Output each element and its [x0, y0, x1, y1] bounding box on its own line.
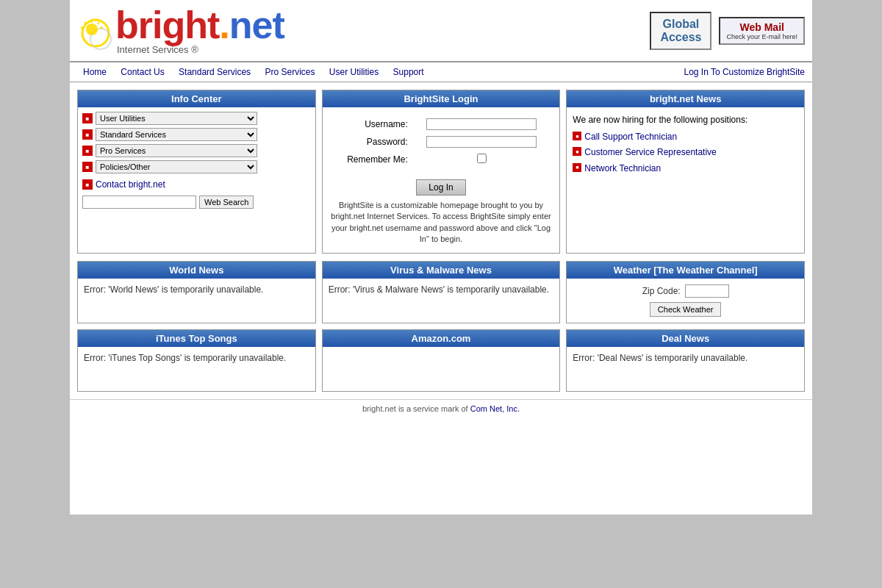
- login-description: BrightSite is a customizable homepage br…: [330, 200, 553, 245]
- footer-link[interactable]: Com Net, Inc.: [470, 404, 520, 413]
- job-item-2: ■ Customer Service Representative: [573, 146, 798, 159]
- info-center-body: ■ User Utilities ■ Standard Services ■ P…: [78, 107, 315, 213]
- itunes-header: iTunes Top Songs: [78, 330, 315, 347]
- amazon-body: [323, 347, 560, 391]
- user-utilities-select[interactable]: User Utilities: [96, 112, 257, 125]
- policies-select[interactable]: Policies/Other: [96, 160, 257, 173]
- logo-dot: .: [219, 4, 229, 46]
- world-news-panel: World News Error: 'World News' is tempor…: [77, 261, 316, 323]
- login-panel: BrightSite Login Username: Password: Rem…: [322, 90, 561, 254]
- brightnet-news-panel: bright.net News We are now hiring for th…: [566, 90, 805, 254]
- standard-services-icon: ■: [82, 129, 93, 140]
- news-body: We are now hiring for the following posi…: [567, 107, 804, 183]
- contact-link[interactable]: Contact bright.net: [96, 179, 165, 190]
- world-news-header: World News: [78, 262, 315, 279]
- zip-label: Zip Code:: [642, 286, 681, 296]
- svg-point-2: [86, 24, 98, 35]
- main-content: Info Center ■ User Utilities ■ Standard …: [70, 82, 812, 261]
- contact-icon: ■: [82, 179, 93, 190]
- info-row-user-utilities: ■ User Utilities: [82, 112, 311, 125]
- remember-label: Remember Me:: [331, 151, 411, 168]
- password-row: Password:: [331, 134, 551, 150]
- password-input[interactable]: [426, 136, 537, 148]
- job-bullet-2: ■: [573, 147, 581, 156]
- webmail-button[interactable]: Web Mail Check your E-mail here!: [719, 17, 805, 45]
- deal-news-header: Deal News: [567, 330, 804, 347]
- global-access-subtitle: Access: [660, 31, 701, 44]
- user-utilities-icon: ■: [82, 113, 93, 123]
- pro-services-icon: ■: [82, 146, 93, 156]
- login-body: Username: Password: Remember Me: Log In …: [323, 107, 560, 253]
- job-link-3[interactable]: Network Technician: [584, 162, 661, 176]
- amazon-header: Amazon.com: [323, 330, 560, 347]
- policies-icon: ■: [82, 162, 93, 172]
- sections-row-2: iTunes Top Songs Error: 'iTunes Top Song…: [70, 329, 812, 392]
- sections-row-1: World News Error: 'World News' is tempor…: [70, 261, 812, 323]
- password-label: Password:: [331, 134, 411, 150]
- amazon-panel: Amazon.com: [322, 329, 561, 392]
- nav-pro[interactable]: Pro Services: [259, 65, 320, 79]
- itunes-panel: iTunes Top Songs Error: 'iTunes Top Song…: [77, 329, 316, 392]
- nav-contact[interactable]: Contact Us: [115, 65, 170, 79]
- weather-header: Weather [The Weather Channel]: [567, 262, 804, 279]
- nav-home[interactable]: Home: [77, 65, 112, 79]
- username-label: Username:: [331, 116, 411, 132]
- nav-utilities[interactable]: User Utilities: [323, 65, 384, 79]
- logo-net: net: [229, 4, 284, 46]
- nav-standard[interactable]: Standard Services: [173, 65, 257, 79]
- deal-news-body: Error: 'Deal News' is temporarily unavai…: [567, 347, 804, 391]
- global-access-button[interactable]: Global Access: [650, 12, 711, 50]
- weather-body: Zip Code: Check Weather: [567, 279, 804, 323]
- job-link-2[interactable]: Customer Service Representative: [584, 146, 716, 159]
- info-row-standard: ■ Standard Services: [82, 128, 311, 141]
- virus-news-body: Error: 'Virus & Malware News' is tempora…: [323, 279, 560, 323]
- svg-line-4: [98, 22, 99, 24]
- search-row: Web Search: [82, 196, 311, 209]
- footer-text: bright.net is a service mark of: [362, 404, 470, 413]
- contact-row: ■ Contact bright.net: [82, 179, 311, 190]
- header: bright.net Internet Services ® Global Ac…: [70, 0, 812, 62]
- logo-bright: bright: [115, 4, 219, 46]
- info-row-pro: ■ Pro Services: [82, 144, 311, 157]
- webmail-subtitle: Check your E-mail here!: [726, 33, 797, 40]
- job-bullet-1: ■: [573, 132, 581, 140]
- login-button[interactable]: Log In: [416, 179, 465, 196]
- footer: bright.net is a service mark of Com Net,…: [70, 399, 812, 417]
- zip-input[interactable]: [685, 284, 729, 298]
- logo-decoration: [77, 18, 114, 62]
- news-hiring-text: We are now hiring for the following posi…: [573, 113, 798, 127]
- weather-panel: Weather [The Weather Channel] Zip Code: …: [566, 261, 805, 323]
- standard-services-select[interactable]: Standard Services: [96, 128, 257, 141]
- login-header: BrightSite Login: [323, 90, 560, 107]
- info-center-header: Info Center: [78, 90, 315, 107]
- info-row-policies: ■ Policies/Other: [82, 160, 311, 173]
- job-bullet-3: ■: [573, 163, 581, 172]
- navbar: Home Contact Us Standard Services Pro Se…: [70, 62, 812, 82]
- global-access-title: Global: [660, 18, 701, 31]
- job-item-3: ■ Network Technician: [573, 162, 798, 176]
- remember-row: Remember Me:: [331, 151, 551, 168]
- logo-area: bright.net Internet Services ®: [77, 6, 650, 55]
- job-link-1[interactable]: Call Support Technician: [584, 130, 677, 144]
- pro-services-select[interactable]: Pro Services: [96, 144, 257, 157]
- username-row: Username:: [331, 116, 551, 132]
- search-button[interactable]: Web Search: [199, 196, 254, 209]
- nav-login[interactable]: Log In To Customize BrightSite: [684, 67, 805, 77]
- search-input[interactable]: [82, 196, 196, 209]
- virus-news-panel: Virus & Malware News Error: 'Virus & Mal…: [322, 261, 561, 323]
- login-form-table: Username: Password: Remember Me:: [330, 115, 553, 169]
- header-icons: Global Access Web Mail Check your E-mail…: [650, 12, 805, 50]
- job-item-1: ■ Call Support Technician: [573, 130, 798, 144]
- itunes-body: Error: 'iTunes Top Songs' is temporarily…: [78, 347, 315, 391]
- virus-news-header: Virus & Malware News: [323, 262, 560, 279]
- zip-row: Zip Code:: [573, 284, 798, 298]
- webmail-title: Web Mail: [726, 21, 797, 33]
- world-news-body: Error: 'World News' is temporarily unava…: [78, 279, 315, 323]
- nav-support[interactable]: Support: [387, 65, 430, 79]
- deal-news-panel: Deal News Error: 'Deal News' is temporar…: [566, 329, 805, 392]
- remember-checkbox[interactable]: [477, 154, 487, 163]
- news-header: bright.net News: [567, 90, 804, 107]
- svg-line-5: [100, 27, 103, 28]
- check-weather-button[interactable]: Check Weather: [650, 302, 722, 317]
- username-input[interactable]: [426, 118, 537, 130]
